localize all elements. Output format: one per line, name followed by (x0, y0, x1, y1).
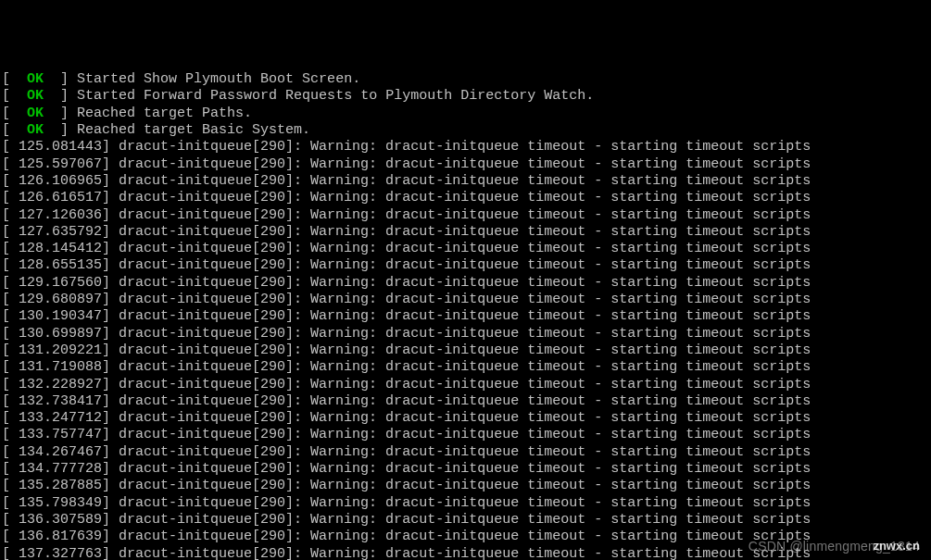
bracket: [ (2, 546, 10, 561)
warning-message: Warning: dracut-initqueue timeout - star… (310, 326, 811, 342)
warning-message: Warning: dracut-initqueue timeout - star… (310, 139, 811, 155)
process-name: dracut-initqueue[290]: (110, 308, 310, 324)
timestamp: 136.817639 (10, 529, 102, 544)
bracket: ] (102, 495, 110, 511)
warning-message: Warning: dracut-initqueue timeout - star… (310, 156, 811, 172)
warning-line: [ 136.307589] dracut-initqueue[290]: War… (2, 512, 929, 529)
timestamp: 136.307589 (10, 512, 102, 528)
process-name: dracut-initqueue[290]: (110, 207, 310, 223)
status-message: Reached target Basic System. (69, 122, 310, 138)
warning-message: Warning: dracut-initqueue timeout - star… (310, 512, 811, 528)
warning-line: [ 135.798349] dracut-initqueue[290]: War… (2, 495, 929, 512)
status-message: Started Forward Password Requests to Ply… (69, 88, 594, 104)
warning-message: Warning: dracut-initqueue timeout - star… (310, 461, 811, 477)
bracket: ] (60, 106, 69, 121)
warning-line: [ 135.287885] dracut-initqueue[290]: War… (2, 478, 929, 494)
warning-message: Warning: dracut-initqueue timeout - star… (310, 241, 811, 256)
warning-line: [ 125.081443] dracut-initqueue[290]: War… (2, 139, 929, 156)
bracket: ] (102, 461, 110, 477)
warning-message: Warning: dracut-initqueue timeout - star… (310, 444, 811, 460)
bracket: [ (2, 139, 10, 155)
bracket: [ (2, 478, 10, 493)
warning-message: Warning: dracut-initqueue timeout - star… (310, 275, 811, 291)
bracket: ] (102, 241, 110, 256)
bracket: ] (102, 529, 110, 544)
timestamp: 135.798349 (10, 495, 102, 511)
timestamp: 128.145412 (10, 241, 102, 256)
warning-line: [ 132.738417] dracut-initqueue[290]: War… (2, 393, 929, 410)
timestamp: 130.190347 (10, 308, 102, 324)
bracket: [ (2, 359, 10, 375)
timestamp: 133.247712 (10, 410, 102, 426)
warning-line: [ 129.680897] dracut-initqueue[290]: War… (2, 292, 929, 308)
timestamp: 125.597067 (10, 156, 102, 172)
process-name: dracut-initqueue[290]: (110, 393, 310, 409)
bracket: [ (2, 495, 10, 511)
warning-line: [ 131.209221] dracut-initqueue[290]: War… (2, 342, 929, 359)
boot-log-output: [ OK ] Started Show Plymouth Boot Screen… (2, 71, 929, 560)
warning-message: Warning: dracut-initqueue timeout - star… (310, 308, 811, 324)
process-name: dracut-initqueue[290]: (110, 156, 310, 172)
status-message: Reached target Paths. (69, 106, 252, 121)
timestamp: 128.655135 (10, 257, 102, 273)
bracket: [ (2, 173, 10, 189)
warning-message: Warning: dracut-initqueue timeout - star… (310, 359, 811, 375)
bracket: ] (102, 190, 110, 205)
bracket: ] (102, 207, 110, 223)
bracket: [ (2, 461, 10, 477)
bracket: [ (2, 275, 10, 291)
process-name: dracut-initqueue[290]: (110, 461, 310, 477)
process-name: dracut-initqueue[290]: (110, 342, 310, 358)
process-name: dracut-initqueue[290]: (110, 292, 310, 307)
bracket: [ (2, 190, 10, 205)
bracket: [ (2, 88, 10, 104)
bracket: ] (102, 377, 110, 392)
warning-message: Warning: dracut-initqueue timeout - star… (310, 342, 811, 358)
status-line: [ OK ] Reached target Basic System. (2, 122, 929, 139)
warning-message: Warning: dracut-initqueue timeout - star… (310, 257, 811, 273)
bracket: ] (102, 427, 110, 442)
bracket: [ (2, 512, 10, 528)
timestamp: 131.209221 (10, 342, 102, 358)
warning-message: Warning: dracut-initqueue timeout - star… (310, 478, 811, 493)
warning-line: [ 133.247712] dracut-initqueue[290]: War… (2, 410, 929, 427)
warning-line: [ 134.777728] dracut-initqueue[290]: War… (2, 461, 929, 478)
warning-message: Warning: dracut-initqueue timeout - star… (310, 495, 811, 511)
warning-message: Warning: dracut-initqueue timeout - star… (310, 224, 811, 240)
bracket: [ (2, 410, 10, 426)
warning-line: [ 127.635792] dracut-initqueue[290]: War… (2, 224, 929, 241)
process-name: dracut-initqueue[290]: (110, 139, 310, 155)
warning-message: Warning: dracut-initqueue timeout - star… (310, 377, 811, 392)
warning-line: [ 126.106965] dracut-initqueue[290]: War… (2, 173, 929, 190)
bracket: [ (2, 529, 10, 544)
warning-message: Warning: dracut-initqueue timeout - star… (310, 393, 811, 409)
timestamp: 137.327763 (10, 546, 102, 561)
warning-line: [ 130.190347] dracut-initqueue[290]: War… (2, 308, 929, 325)
bracket: [ (2, 106, 10, 121)
process-name: dracut-initqueue[290]: (110, 512, 310, 528)
bracket: ] (102, 342, 110, 358)
warning-line: [ 126.616517] dracut-initqueue[290]: War… (2, 190, 929, 206)
warning-message: Warning: dracut-initqueue timeout - star… (310, 529, 811, 544)
timestamp: 131.719088 (10, 359, 102, 375)
warning-line: [ 133.757747] dracut-initqueue[290]: War… (2, 427, 929, 443)
warning-message: Warning: dracut-initqueue timeout - star… (310, 546, 811, 561)
warning-line: [ 127.126036] dracut-initqueue[290]: War… (2, 207, 929, 224)
warning-line: [ 131.719088] dracut-initqueue[290]: War… (2, 359, 929, 376)
timestamp: 126.616517 (10, 190, 102, 205)
timestamp: 133.757747 (10, 427, 102, 442)
bracket: ] (102, 173, 110, 189)
process-name: dracut-initqueue[290]: (110, 173, 310, 189)
bracket: ] (60, 88, 69, 104)
timestamp: 135.287885 (10, 478, 102, 493)
process-name: dracut-initqueue[290]: (110, 241, 310, 256)
status-line: [ OK ] Started Forward Password Requests… (2, 88, 929, 105)
warning-line: [ 129.167560] dracut-initqueue[290]: War… (2, 275, 929, 292)
timestamp: 129.680897 (10, 292, 102, 307)
timestamp: 127.126036 (10, 207, 102, 223)
bracket: ] (102, 393, 110, 409)
process-name: dracut-initqueue[290]: (110, 257, 310, 273)
process-name: dracut-initqueue[290]: (110, 478, 310, 493)
bracket: [ (2, 444, 10, 460)
bracket: [ (2, 207, 10, 223)
